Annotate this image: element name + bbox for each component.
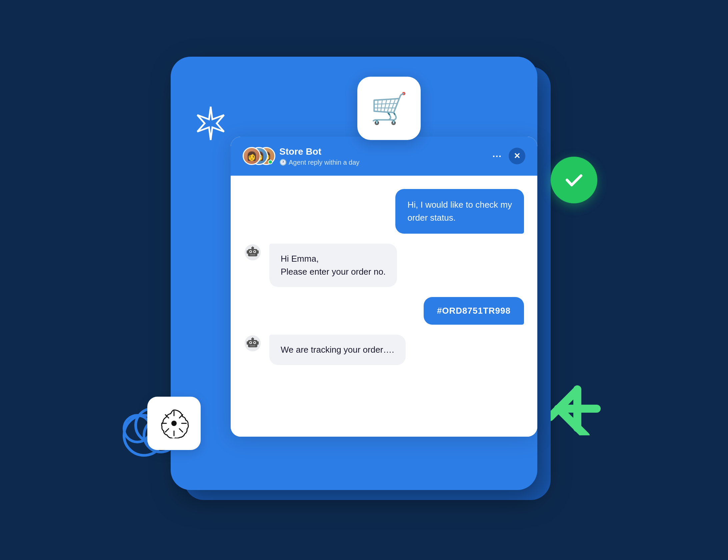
svg-rect-21 (252, 337, 253, 339)
clock-icon: 🕐 (279, 159, 287, 166)
openai-badge (147, 397, 201, 450)
svg-rect-8 (250, 254, 255, 255)
cart-icon: 🛒 (370, 93, 408, 123)
message-user-2: #ORD8751TR998 (244, 297, 524, 325)
svg-point-18 (254, 342, 255, 343)
more-options-button[interactable]: ⋯ (492, 151, 502, 162)
message-bot-1: Hi Emma,Please enter your order no. (244, 244, 524, 287)
bubble-user-1: Hi, I would like to check myorder status… (395, 189, 524, 234)
message-user-1: Hi, I would like to check myorder status… (244, 189, 524, 234)
svg-line-39 (165, 429, 169, 432)
online-indicator (268, 160, 273, 164)
close-button[interactable]: ✕ (509, 148, 525, 164)
svg-point-7 (254, 251, 255, 252)
svg-rect-14 (257, 341, 259, 345)
scene: 🛒 👩 👩 👩 (131, 30, 597, 530)
bot-status: 🕐 Agent reply within a day (279, 159, 485, 166)
chat-window: 👩 👩 👩 Store Bot 🕐 Agent reply within a d… (231, 137, 537, 437)
bubble-bot-1: Hi Emma,Please enter your order no. (269, 244, 397, 287)
check-circle (551, 157, 597, 203)
svg-rect-19 (250, 345, 255, 346)
cart-icon-wrapper: 🛒 (357, 77, 421, 140)
avatar-1: 👩 (243, 147, 261, 165)
bot-avatar-2 (244, 335, 261, 352)
svg-point-6 (250, 251, 251, 252)
svg-rect-10 (252, 246, 253, 248)
star-decoration (191, 103, 231, 145)
svg-rect-13 (247, 341, 248, 345)
chat-body: Hi, I would like to check myorder status… (231, 176, 537, 437)
svg-line-37 (179, 429, 183, 432)
svg-rect-3 (257, 250, 259, 254)
asterisk-decoration (551, 382, 604, 437)
svg-rect-2 (247, 250, 248, 254)
bot-avatar-1 (244, 244, 261, 261)
svg-point-17 (250, 342, 251, 343)
message-bot-2: We are tracking your order…. (244, 335, 524, 365)
main-card: 🛒 👩 👩 👩 (171, 57, 537, 490)
bubble-order: #ORD8751TR998 (424, 297, 524, 325)
svg-point-31 (171, 421, 177, 426)
avatar-group: 👩 👩 👩 (243, 147, 273, 165)
bot-name: Store Bot (279, 146, 485, 157)
chat-header: 👩 👩 👩 Store Bot 🕐 Agent reply within a d… (231, 137, 537, 176)
chat-header-info: Store Bot 🕐 Agent reply within a day (279, 146, 485, 166)
header-actions: ⋯ ✕ (492, 148, 525, 164)
bubble-bot-2: We are tracking your order…. (269, 335, 406, 365)
